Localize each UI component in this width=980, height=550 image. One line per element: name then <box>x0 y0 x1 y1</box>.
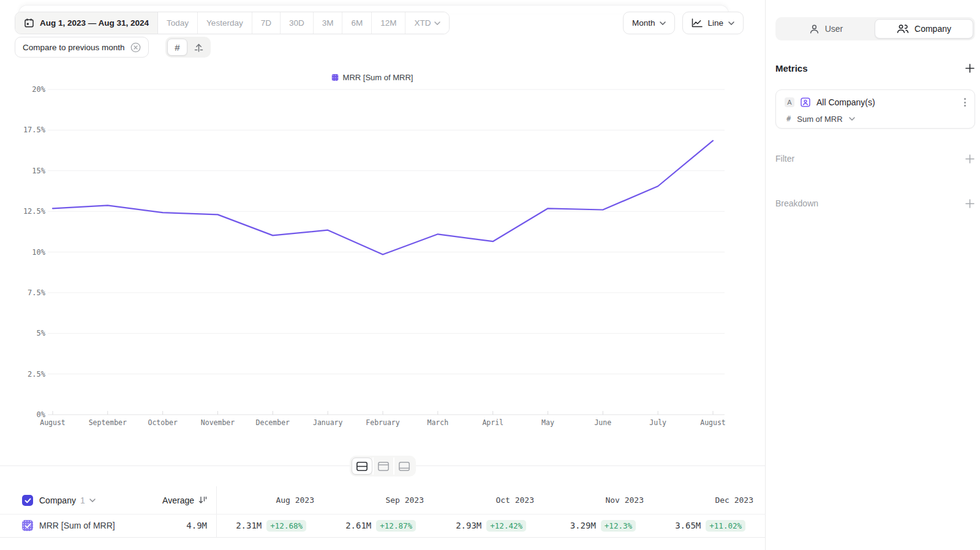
svg-text:November: November <box>201 418 235 427</box>
delta-badge: +12.3% <box>601 520 636 532</box>
breakdown-label: Breakdown <box>775 198 818 208</box>
tab-company[interactable]: Company <box>875 19 973 39</box>
metric-entity-name: All Company(s) <box>816 97 957 107</box>
entity-tabs: User Company <box>775 17 975 40</box>
report-main-panel: Aug 1, 2023 — Aug 31, 2024 Today Yesterd… <box>0 0 766 550</box>
add-breakdown-icon[interactable] <box>965 198 975 209</box>
remove-compare-icon[interactable] <box>130 42 141 53</box>
metric-field-label: Sum of MRR <box>797 115 842 124</box>
delta-badge: +12.87% <box>376 520 416 532</box>
group-count: 1 <box>80 495 85 505</box>
cell-value: 2.93M <box>456 521 481 530</box>
cell-value: 2.31M <box>236 521 262 530</box>
metric-card[interactable]: A All Company(s) # Sum of MRR <box>775 89 975 129</box>
preset-12m[interactable]: 12M <box>372 12 405 34</box>
chart-option-toggles: # <box>165 37 211 58</box>
svg-text:June: June <box>594 418 611 427</box>
svg-text:0%: 0% <box>37 410 46 419</box>
svg-text:January: January <box>313 418 343 427</box>
granularity-dropdown[interactable]: Month <box>623 12 676 34</box>
align-top-toggle-button[interactable] <box>189 39 209 56</box>
chart-type-dropdown[interactable]: Line <box>682 12 744 34</box>
preset-7d[interactable]: 7D <box>252 12 281 34</box>
svg-text:7.5%: 7.5% <box>28 288 46 297</box>
table-cell: 3.65M +11.02% <box>655 514 766 537</box>
metric-menu-button[interactable] <box>963 97 967 108</box>
column-header[interactable]: Oct 2023 <box>436 486 546 514</box>
grid-toggle-button[interactable]: # <box>167 39 187 56</box>
svg-text:20%: 20% <box>32 86 45 94</box>
preset-3m[interactable]: 3M <box>314 12 343 34</box>
row-checkbox[interactable] <box>22 520 33 531</box>
user-icon <box>809 24 820 34</box>
average-column-header[interactable]: Average <box>112 486 207 514</box>
chevron-down-icon <box>728 21 734 25</box>
table-only-view-button[interactable] <box>393 458 414 475</box>
bottom-panel-icon <box>398 461 410 472</box>
svg-text:May: May <box>541 418 554 427</box>
svg-text:August: August <box>700 418 726 427</box>
metric-row-label: MRR [Sum of MRR] <box>39 514 115 537</box>
metric-letter-badge: A <box>785 97 794 107</box>
chevron-down-icon <box>849 117 855 121</box>
preset-6m[interactable]: 6M <box>342 12 372 34</box>
filter-section-header: Filter <box>775 151 975 166</box>
filter-label: Filter <box>775 154 794 164</box>
delta-badge: +12.42% <box>486 520 526 532</box>
chart-legend: MRR [Sum of MRR] <box>332 73 413 82</box>
date-range-label: Aug 1, 2023 — Aug 31, 2024 <box>40 18 149 28</box>
chevron-down-icon <box>660 21 666 25</box>
svg-text:April: April <box>482 418 503 427</box>
check-icon <box>24 523 31 529</box>
table-group-header[interactable]: Company 1 <box>39 486 96 514</box>
table-cell: 3.29M +12.3% <box>546 514 656 537</box>
svg-text:17.5%: 17.5% <box>23 126 46 134</box>
table-cell: 2.93M +12.42% <box>436 514 546 537</box>
metrics-section-header: Metrics <box>775 63 975 73</box>
legend-swatch <box>332 74 339 81</box>
add-metric-icon[interactable] <box>965 63 975 73</box>
svg-text:15%: 15% <box>32 167 45 175</box>
column-header[interactable]: Aug 2023 <box>216 486 326 514</box>
column-header[interactable]: Nov 2023 <box>546 486 656 514</box>
delta-badge: +12.68% <box>266 520 306 532</box>
chart-controls: Month Line <box>623 12 744 34</box>
preset-30d[interactable]: 30D <box>281 12 314 34</box>
config-sidebar: User Company Metrics A All Compan <box>766 0 980 550</box>
preset-xtd-dropdown[interactable]: XTD <box>405 12 449 34</box>
panel-layout-toggles <box>350 456 416 477</box>
date-range-button[interactable]: Aug 1, 2023 — Aug 31, 2024 <box>15 12 158 34</box>
compare-chip[interactable]: Compare to previous month <box>15 37 149 58</box>
svg-text:2.5%: 2.5% <box>28 370 46 379</box>
add-filter-icon[interactable] <box>965 154 975 164</box>
date-range-group: Aug 1, 2023 — Aug 31, 2024 Today Yesterd… <box>15 12 450 34</box>
mrr-line-chart[interactable]: 0%2.5%5%7.5%10%12.5%15%17.5%20%AugustSep… <box>22 86 733 432</box>
grid-icon: # <box>175 42 179 53</box>
metric-card-row1: A All Company(s) <box>785 96 967 109</box>
svg-text:10%: 10% <box>32 248 45 257</box>
table-cell: 2.61M +12.87% <box>326 514 436 537</box>
chart-only-view-button[interactable] <box>372 458 393 475</box>
arrow-up-icon <box>193 42 205 53</box>
company-icon <box>897 24 909 34</box>
preset-yesterday[interactable]: Yesterday <box>198 12 252 34</box>
svg-text:October: October <box>148 418 178 427</box>
sort-icon <box>198 496 207 504</box>
metric-field-selector[interactable]: # Sum of MRR <box>786 113 855 125</box>
column-header[interactable]: Sep 2023 <box>326 486 436 514</box>
column-header[interactable]: Dec 2023 <box>655 486 766 514</box>
check-icon <box>24 498 31 503</box>
split-view-button[interactable] <box>352 458 372 475</box>
average-value: 4.9M <box>112 514 207 537</box>
line-chart-icon <box>692 18 703 28</box>
select-all-checkbox[interactable] <box>22 495 33 506</box>
svg-text:5%: 5% <box>37 329 46 337</box>
app-window: Aug 1, 2023 — Aug 31, 2024 Today Yesterd… <box>0 0 980 550</box>
cell-value: 3.65M <box>675 521 701 530</box>
split-view-icon <box>356 461 368 472</box>
contact-card-icon <box>800 97 811 108</box>
svg-text:12.5%: 12.5% <box>23 207 46 216</box>
tab-user[interactable]: User <box>777 19 875 39</box>
preset-today[interactable]: Today <box>158 12 198 34</box>
number-type-icon: # <box>786 115 791 123</box>
